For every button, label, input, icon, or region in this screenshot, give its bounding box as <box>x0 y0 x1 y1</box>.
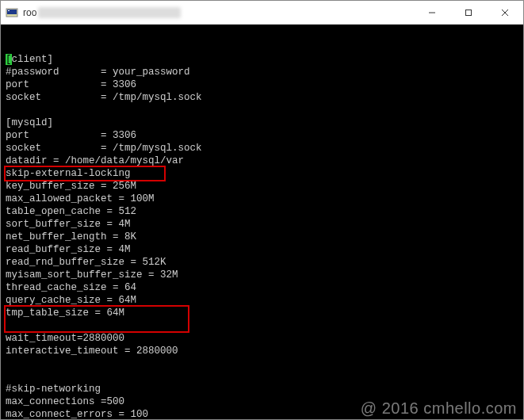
terminal-line: #skip-networking <box>6 383 518 395</box>
terminal-line: port = 3306 <box>6 129 518 142</box>
svg-rect-1 <box>7 10 17 14</box>
terminal-line: max_allowed_packet = 100M <box>6 193 518 205</box>
terminal-line: interactive_timeout = 2880000 <box>6 345 518 357</box>
terminal-line: [mysqld] <box>6 116 518 129</box>
terminal-line: socket = /tmp/mysql.sock <box>6 142 518 155</box>
terminal-line <box>6 319 518 332</box>
terminal-line: myisam_sort_buffer_size = 32M <box>6 269 518 281</box>
minimize-button[interactable] <box>414 1 450 25</box>
terminal-line: read_rnd_buffer_size = 512K <box>6 256 518 269</box>
terminal-char: [ <box>6 54 12 65</box>
terminal-line: max_connect_errors = 100 <box>6 408 518 419</box>
terminal-line: sort_buffer_size = 4M <box>6 218 518 231</box>
terminal-viewport[interactable]: [client]#password = your_passwordport = … <box>1 25 523 419</box>
terminal-line <box>6 357 518 370</box>
svg-rect-4 <box>466 10 472 15</box>
svg-rect-2 <box>8 10 10 11</box>
close-button[interactable] <box>487 1 523 25</box>
terminal-line: net_buffer_length = 8K <box>6 231 518 243</box>
putty-icon <box>6 6 18 19</box>
terminal-line: [client] <box>6 53 518 66</box>
terminal-line: key_buffer_size = 256M <box>6 180 518 193</box>
terminal-content: [client]#password = your_passwordport = … <box>6 53 518 419</box>
terminal-line: datadir = /home/data/mysql/var <box>6 155 518 167</box>
terminal-line: table_open_cache = 512 <box>6 205 518 218</box>
terminal-window: roo [client]#password = your_passwordpor… <box>0 0 524 420</box>
terminal-line: wait_timeout=2880000 <box>6 332 518 345</box>
terminal-line: port = 3306 <box>6 78 518 91</box>
terminal-line: query_cache_size = 64M <box>6 294 518 307</box>
window-title-blurred <box>38 7 181 18</box>
terminal-line <box>6 104 518 116</box>
window-titlebar: roo <box>1 1 523 25</box>
maximize-button[interactable] <box>450 1 487 25</box>
terminal-line <box>6 370 518 383</box>
terminal-line: read_buffer_size = 4M <box>6 243 518 256</box>
window-title: roo <box>23 7 36 18</box>
terminal-line: tmp_table_size = 64M <box>6 307 518 319</box>
terminal-line: #password = your_password <box>6 66 518 78</box>
terminal-line: socket = /tmp/mysql.sock <box>6 91 518 104</box>
terminal-line: thread_cache_size = 64 <box>6 281 518 294</box>
terminal-line: skip-external-locking <box>6 167 518 180</box>
terminal-line: max_connections =500 <box>6 395 518 408</box>
